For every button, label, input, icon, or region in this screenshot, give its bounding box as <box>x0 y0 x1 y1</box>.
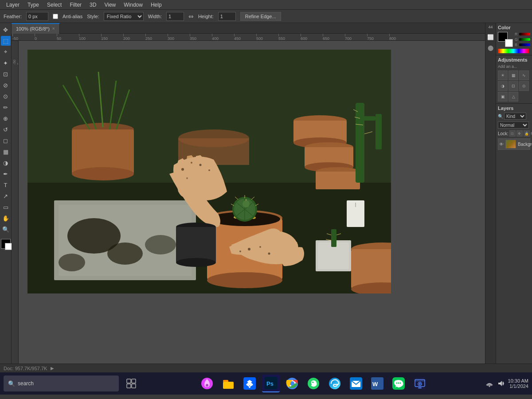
taskbar-search[interactable]: 🔍 search <box>4 376 119 391</box>
tool-zoom[interactable]: 🔍 <box>1 224 11 234</box>
tool-hand[interactable]: ✋ <box>1 213 11 223</box>
layers-panel: Layers 🔍 Kind Normal Multiply Screen Lo <box>496 104 532 364</box>
layers-kind-select[interactable]: Kind <box>504 113 526 120</box>
adj-threshold[interactable]: △ <box>509 92 518 102</box>
menu-layer[interactable]: Layer <box>3 1 23 9</box>
tool-path[interactable]: ↗ <box>1 191 11 201</box>
taskview-icon[interactable] <box>122 375 140 392</box>
tb-chrome-icon[interactable] <box>283 375 301 392</box>
color-spectrum[interactable] <box>498 49 529 53</box>
tool-pen[interactable]: ✒ <box>1 169 11 179</box>
adj-brightness[interactable]: ☀ <box>498 70 508 80</box>
tool-lasso[interactable]: ⌖ <box>1 47 11 57</box>
word-icon-svg: W <box>371 377 383 390</box>
ruler-mark-450: 450 <box>234 34 256 41</box>
width-input[interactable] <box>166 12 184 21</box>
antialias-checkbox[interactable] <box>53 14 58 19</box>
adjustments-panel: Adjustments Add an a... ☀ ▦ ∿ ◑ ⊡ ⊙ ▣ △ <box>496 55 532 104</box>
tool-type[interactable]: T <box>1 180 11 190</box>
status-bar: Doc: 957.7K/957.7K ▶ <box>0 364 532 372</box>
tool-gradient[interactable]: ▦ <box>1 147 11 156</box>
tb-paint-icon[interactable] <box>198 375 216 392</box>
adj-hsl[interactable]: ◑ <box>498 81 508 91</box>
volume-svg <box>497 380 505 387</box>
tb-whatsapp-icon[interactable] <box>305 375 322 392</box>
b-slider-row: B <box>515 43 530 47</box>
tray-volume-icon[interactable] <box>497 379 505 388</box>
feather-input[interactable] <box>26 12 48 21</box>
layers-search-icon: 🔍 <box>498 114 503 119</box>
style-select[interactable]: Fixed Ratio Normal Fixed Size <box>104 12 144 21</box>
lock-pixels[interactable]: ⊡ <box>509 130 516 137</box>
tool-eraser[interactable]: ◻ <box>1 136 11 145</box>
adj-levels[interactable]: ▦ <box>509 70 518 80</box>
tool-eyedropper[interactable]: ⊘ <box>1 80 11 90</box>
tb-line-icon[interactable] <box>390 375 407 392</box>
tb-word-icon[interactable]: W <box>368 375 386 392</box>
dropbox-icon-svg <box>243 377 256 390</box>
tool-crop[interactable]: ⊡ <box>1 69 11 79</box>
taskbar-center: Ps <box>142 375 485 392</box>
adj-invert[interactable]: ⊙ <box>519 81 529 91</box>
svg-rect-86 <box>223 382 234 389</box>
adj-photo-filter[interactable]: ⊡ <box>509 81 518 91</box>
layer-item-background[interactable]: 👁 Background 🔒 <box>498 138 530 150</box>
panel-icon-1[interactable]: ⬜ <box>486 33 495 42</box>
tool-history-brush[interactable]: ↺ <box>1 125 11 134</box>
plant-photo <box>27 50 391 293</box>
menu-3d[interactable]: 3D <box>86 1 100 9</box>
adj-posterize[interactable]: ▣ <box>498 92 508 102</box>
menu-type[interactable]: Type <box>24 1 43 9</box>
foreground-color[interactable] <box>1 239 11 249</box>
tool-shape[interactable]: ▭ <box>1 202 11 212</box>
svg-point-68 <box>176 258 216 267</box>
tb-photoshop-icon[interactable]: Ps <box>262 375 280 392</box>
menu-select[interactable]: Select <box>43 1 65 9</box>
layers-blend-select[interactable]: Normal Multiply Screen <box>498 121 529 129</box>
tool-dodge[interactable]: ◑ <box>1 158 11 168</box>
collapse-indicator[interactable]: 44 <box>488 25 493 29</box>
tool-magic-wand[interactable]: ✦ <box>1 58 11 68</box>
tb-folder-icon[interactable] <box>219 375 237 392</box>
background-swatch[interactable] <box>505 39 513 47</box>
tb-capture-icon[interactable] <box>411 375 429 392</box>
tool-marquee[interactable]: ⬚ <box>1 36 11 46</box>
g-slider[interactable] <box>519 38 530 41</box>
tool-spot-heal[interactable]: ⊙ <box>1 91 11 101</box>
lock-icons: ⊡ ✥ 🔒 <box>509 130 530 137</box>
menu-filter[interactable]: Filter <box>66 1 85 9</box>
tool-brush[interactable]: ✏ <box>1 102 11 112</box>
menu-help[interactable]: Help <box>147 1 165 9</box>
canvas-scroll[interactable] <box>19 41 485 364</box>
menu-view[interactable]: View <box>101 1 119 9</box>
doc-info: Doc: 957.7K/957.7K <box>4 366 47 371</box>
tool-move[interactable]: ✥ <box>1 25 11 35</box>
tb-dropbox-icon[interactable] <box>241 375 258 392</box>
layer-visibility-toggle[interactable]: 👁 <box>499 142 504 147</box>
panel-icon-2[interactable]: ⬤ <box>486 43 495 52</box>
ruler-mark-200: 200 <box>123 34 145 41</box>
lock-position[interactable]: ✥ <box>516 130 523 137</box>
g-label: G <box>515 37 518 42</box>
ruler-mark-400: 400 <box>212 34 234 41</box>
tab-close-button[interactable]: × <box>52 26 55 31</box>
svg-rect-80 <box>127 379 131 383</box>
tools-panel: ✥ ⬚ ⌖ ✦ ⊡ ⊘ ⊙ ✏ ⊕ ↺ ◻ ▦ ◑ ✒ T ↗ ▭ ✋ 🔍 <box>0 23 12 364</box>
r-slider[interactable] <box>519 33 530 35</box>
document-tab[interactable]: 100% (RGB/8*) × <box>12 23 60 34</box>
right-panel: Color R G <box>496 23 532 364</box>
tb-mail-icon[interactable] <box>347 375 365 392</box>
height-input[interactable] <box>218 12 236 21</box>
background-color[interactable] <box>5 243 12 250</box>
swap-icon[interactable]: ⇔ <box>188 13 194 20</box>
tool-clone[interactable]: ⊕ <box>1 113 11 123</box>
tray-network-icon[interactable] <box>485 379 494 388</box>
refine-edge-button[interactable]: Refine Edge... <box>240 12 281 21</box>
status-arrow[interactable]: ▶ <box>51 366 54 371</box>
menu-window[interactable]: Window <box>120 1 146 9</box>
adj-curves[interactable]: ∿ <box>519 70 529 80</box>
lock-all[interactable]: 🔒 <box>524 130 530 137</box>
b-slider[interactable] <box>519 43 530 46</box>
svg-rect-83 <box>132 384 136 388</box>
tb-edge-icon[interactable] <box>326 375 344 392</box>
